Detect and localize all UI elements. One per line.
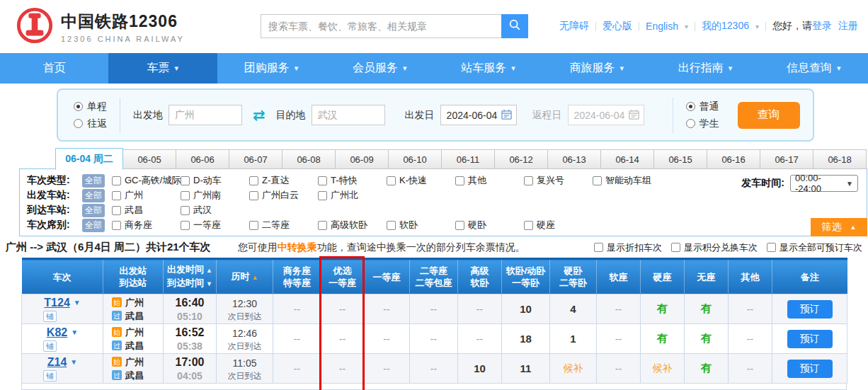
depart-date-input[interactable]: 2024-06-04 [440,105,517,125]
filter-option[interactable]: GC-高铁/城际 [112,174,181,187]
date-tab-06-14[interactable]: 06-14 [601,149,654,169]
sort-down-icon[interactable]: ▼ [206,280,212,287]
chevron-down-icon[interactable]: ▼ [74,299,81,306]
display-option[interactable]: 显示折扣车次 [594,241,662,254]
train-link[interactable]: Z14 [47,356,67,369]
column-header-8[interactable]: 二等座二等包座 [410,259,458,294]
display-option[interactable]: 显示积分兑换车次 [671,241,758,254]
filter-button[interactable]: 筛选 ▲ [811,218,867,236]
column-header-13[interactable]: 硬座 [641,259,685,294]
filter-all-button[interactable]: 全部 [82,219,105,232]
sort-up-icon[interactable]: ▲ [252,274,258,281]
sort-up-icon[interactable]: ▲ [206,267,212,274]
filter-option[interactable]: 广州北 [318,189,387,202]
column-header-4[interactable]: 历时▲ [217,259,273,294]
chevron-down-icon[interactable]: ▼ [71,328,78,336]
transfer-link[interactable]: 中转换乘 [278,241,317,253]
filter-option[interactable]: D-动车 [181,174,249,187]
nav-item-2[interactable]: 车票▾ [108,53,217,84]
column-header-12[interactable]: 软座 [597,259,641,294]
register-link[interactable]: 注册 [838,20,858,33]
filter-option[interactable]: 广州南 [181,189,249,202]
filter-option[interactable]: 高级软卧 [318,219,387,231]
nav-item-3[interactable]: 团购服务▾ [217,53,326,84]
filter-all-button[interactable]: 全部 [82,189,105,202]
link-care-edition[interactable]: 爱心版 [603,20,632,33]
train-link[interactable]: T124 [44,297,69,309]
filter-option[interactable]: 广州白云 [249,189,318,202]
filter-option[interactable]: 硬卧 [455,219,524,231]
filter-option[interactable]: Z-直达 [249,174,318,187]
nav-item-4[interactable]: 会员服务▾ [326,53,434,84]
column-header-3[interactable]: 出发时间▲到达时间▼ [164,259,217,294]
column-header-2[interactable]: 出发站到达站 [103,259,164,294]
filter-option[interactable]: 智能动车组 [593,174,661,187]
date-tab-06-12[interactable]: 06-12 [495,149,548,169]
book-button[interactable]: 预订 [787,360,833,378]
date-tab-06-09[interactable]: 06-09 [336,149,389,169]
passenger-type-2[interactable]: 学生 [686,117,719,130]
column-header-10[interactable]: 软卧/动卧一等卧 [502,259,550,294]
display-option[interactable]: 显示全部可预订车次 [767,241,862,254]
login-link[interactable]: 登录 [812,20,832,33]
chevron-down-icon[interactable]: ▼ [70,358,77,366]
nav-item-1[interactable]: 首页 [0,53,108,84]
date-tab-06-07[interactable]: 06-07 [229,149,282,169]
link-accessible[interactable]: 无障碍 [559,20,589,33]
search-button[interactable] [501,14,528,38]
to-station-input[interactable] [312,105,385,125]
from-station-input[interactable] [169,105,242,125]
search-input[interactable] [261,14,501,38]
logo[interactable]: 中国铁路12306 12306 CHINA RAILWAY [16,6,185,47]
date-tab-06-13[interactable]: 06-13 [548,149,601,169]
filter-option[interactable]: 软卧 [387,219,455,231]
date-tab-06-17[interactable]: 06-17 [760,149,813,169]
filter-option[interactable]: 武昌 [112,204,181,217]
filter-option[interactable]: 复兴号 [524,174,593,187]
book-button[interactable]: 预订 [787,300,833,319]
filter-option[interactable]: 广州 [112,189,181,202]
depart-time-select[interactable]: 00:00--24:00 ▼ [790,175,858,192]
filter-option[interactable]: 一等座 [181,219,249,231]
date-tab-06-16[interactable]: 06-16 [707,149,760,169]
column-header-6[interactable]: 优选一等座 [321,259,364,294]
nav-item-8[interactable]: 信息查询▾ [760,53,868,84]
filter-option[interactable]: K-快速 [387,174,455,187]
passenger-type-1[interactable]: 普通 [686,101,719,113]
book-button[interactable]: 预订 [787,330,833,348]
query-button[interactable]: 查询 [738,102,800,129]
column-header-14[interactable]: 无座 [685,259,729,294]
date-tab-06-05[interactable]: 06-05 [123,149,176,169]
date-tab-06-10[interactable]: 06-10 [389,149,442,169]
trip-type-1[interactable]: 单程 [74,101,107,113]
filter-option[interactable]: 硬座 [524,219,593,231]
trip-type-2[interactable]: 往返 [74,117,107,130]
filter-option[interactable]: 武汉 [181,204,249,217]
date-tab-06-11[interactable]: 06-11 [442,149,495,169]
column-header-9[interactable]: 高级软卧 [458,259,502,294]
date-tab-06-15[interactable]: 06-15 [654,149,707,169]
filter-option[interactable]: 商务座 [112,219,181,231]
link-my12306[interactable]: 我的12306 [702,20,749,33]
column-header-11[interactable]: 硬卧二等卧 [550,259,597,294]
column-header-7[interactable]: 一等座 [364,259,410,294]
link-english[interactable]: English [646,21,678,32]
date-tab-06-04[interactable]: 06-04 周二 [55,148,123,170]
nav-item-5[interactable]: 站车服务▾ [434,53,542,84]
nav-item-6[interactable]: 商旅服务▾ [542,53,651,84]
filter-option[interactable]: 其他 [455,174,524,187]
column-header-15[interactable]: 其他 [729,259,772,294]
date-tab-06-06[interactable]: 06-06 [176,149,229,169]
train-link[interactable]: K82 [47,326,67,339]
filter-all-button[interactable]: 全部 [82,204,105,217]
date-tab-06-18[interactable]: 06-18 [813,149,867,169]
filter-option[interactable]: T-特快 [318,174,387,187]
filter-all-button[interactable]: 全部 [82,174,105,188]
date-tab-06-08[interactable]: 06-08 [282,149,336,169]
nav-item-7[interactable]: 出行指南▾ [651,53,760,84]
column-header-16[interactable]: 备注 [772,259,847,294]
swap-stations-icon[interactable]: ⇄ [253,108,265,122]
filter-option[interactable]: 二等座 [249,219,318,231]
column-header-1[interactable]: 车次 [22,259,103,294]
return-date-input[interactable]: 2024-06-04 [568,105,644,125]
